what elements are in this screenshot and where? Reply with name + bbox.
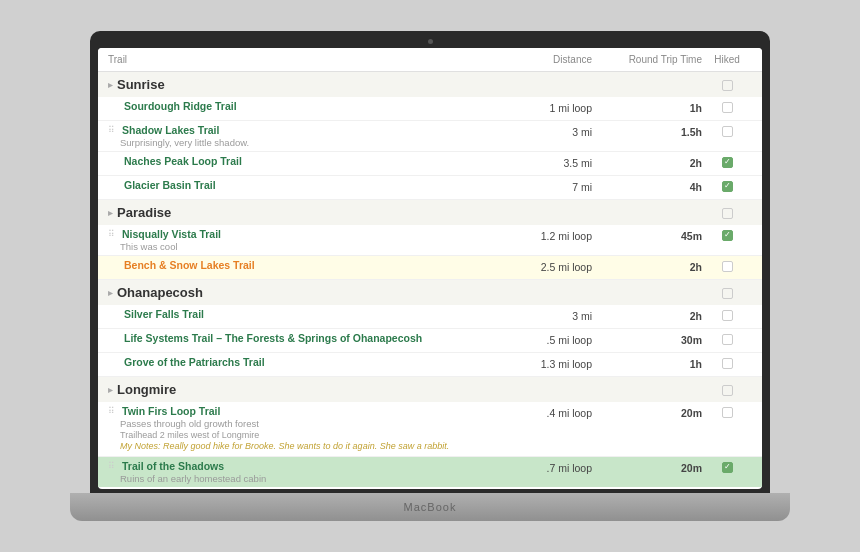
trail-hiked-checkbox[interactable] — [722, 181, 733, 192]
trail-hiked-checkbox[interactable] — [722, 126, 733, 137]
trail-name-text: Grove of the Patriarchs Trail — [124, 356, 265, 368]
trail-rtt: 1.5h — [592, 124, 702, 138]
trail-rtt: 1h — [592, 356, 702, 370]
laptop-screen: Trail Distance Round Trip Time Hiked Sun… — [98, 48, 762, 489]
section-checkbox-paradise[interactable] — [722, 208, 733, 219]
col-trail-header: Trail — [108, 54, 502, 65]
trail-rtt: 4h — [592, 179, 702, 193]
trail-name-col: Silver Falls Trail — [108, 308, 502, 320]
col-hiked-header: Hiked — [702, 54, 752, 65]
table-row[interactable]: Bench & Snow Lakes Trail 2.5 mi loop 2h — [98, 256, 762, 280]
trail-distance: 3.5 mi — [502, 155, 592, 169]
section-title-ohanapecosh: Ohanapecosh — [108, 285, 502, 300]
trail-name-col: Bench & Snow Lakes Trail — [108, 259, 502, 271]
trail-name-row: ⠿ Nisqually Vista Trail — [108, 228, 502, 240]
table-row[interactable]: Glacier Basin Trail 7 mi 4h — [98, 176, 762, 200]
trail-hiked-checkbox[interactable] — [722, 407, 733, 418]
table-row[interactable]: ⠿ Nisqually Vista Trail This was cool 1.… — [98, 225, 762, 256]
section-title-paradise: Paradise — [108, 205, 502, 220]
drag-handle: ⠿ — [108, 125, 115, 135]
table-row[interactable]: Naches Peak Loop Trail 3.5 mi 2h — [98, 152, 762, 176]
trail-hiked-checkbox[interactable] — [722, 310, 733, 321]
section-header-longmire[interactable]: Longmire — [98, 377, 762, 402]
laptop-brand-label: MacBook — [404, 501, 457, 513]
table-row[interactable]: ⠿ Twin Firs Loop Trail Passes through ol… — [98, 402, 762, 457]
trail-hiked-checkbox[interactable] — [722, 334, 733, 345]
table-row[interactable]: Grove of the Patriarchs Trail 1.3 mi loo… — [98, 353, 762, 377]
laptop-camera — [428, 39, 433, 44]
trail-name-row: Bench & Snow Lakes Trail — [108, 259, 502, 271]
section-title-sunrise: Sunrise — [108, 77, 502, 92]
laptop-wrapper: Trail Distance Round Trip Time Hiked Sun… — [70, 31, 790, 521]
trail-name-col: ⠿ Shadow Lakes Trail Surprisingly, very … — [108, 124, 502, 148]
trail-distance: 1 mi loop — [502, 100, 592, 114]
trail-name-row: ⠿ Shadow Lakes Trail — [108, 124, 502, 136]
trail-name-col: Glacier Basin Trail — [108, 179, 502, 191]
section-checkbox-ohanapecosh[interactable] — [722, 288, 733, 299]
trail-hiked-checkbox[interactable] — [722, 102, 733, 113]
trail-name-text: Life Systems Trail – The Forests & Sprin… — [124, 332, 422, 344]
trail-name-row: Life Systems Trail – The Forests & Sprin… — [108, 332, 502, 344]
trail-name-text: Shadow Lakes Trail — [122, 124, 219, 136]
trail-name-text: Glacier Basin Trail — [124, 179, 216, 191]
trail-name-col: Grove of the Patriarchs Trail — [108, 356, 502, 368]
trail-name-col: ⠿ Nisqually Vista Trail This was cool — [108, 228, 502, 252]
section-checkbox-sunrise[interactable] — [722, 80, 733, 91]
trail-rtt: 2h — [592, 155, 702, 169]
trail-hiked-checkbox[interactable] — [722, 157, 733, 168]
section-header-paradise[interactable]: Paradise — [98, 200, 762, 225]
col-distance-header: Distance — [502, 54, 592, 65]
trail-name-col: ⠿ Twin Firs Loop Trail Passes through ol… — [108, 405, 502, 451]
trail-name-row: Glacier Basin Trail — [108, 179, 502, 191]
trail-hiked-checkbox[interactable] — [722, 462, 733, 473]
app-content: Trail Distance Round Trip Time Hiked Sun… — [98, 48, 762, 489]
section-header-ohanapecosh[interactable]: Ohanapecosh — [98, 280, 762, 305]
trail-hiked-checkbox[interactable] — [722, 261, 733, 272]
trail-rtt: 2h — [592, 308, 702, 322]
trail-distance: 3 mi — [502, 124, 592, 138]
laptop-screen-outer: Trail Distance Round Trip Time Hiked Sun… — [90, 31, 770, 493]
trail-name-col: ⠿ Trail of the Shadows Ruins of an early… — [108, 460, 502, 484]
trail-hiked-checkbox[interactable] — [722, 230, 733, 241]
trail-rtt: 2h — [592, 259, 702, 273]
table-row[interactable]: ⠿ Shadow Lakes Trail Surprisingly, very … — [98, 121, 762, 152]
table-row[interactable]: Life Systems Trail – The Forests & Sprin… — [98, 329, 762, 353]
table-row[interactable]: Silver Falls Trail 3 mi 2h — [98, 305, 762, 329]
laptop-body: MacBook — [70, 493, 790, 521]
drag-handle: ⠿ — [108, 229, 115, 239]
table-body[interactable]: Sunrise Sourdough Ridge Trail 1 mi loop … — [98, 72, 762, 487]
trail-name-text: Nisqually Vista Trail — [122, 228, 221, 240]
table-row[interactable]: ⠿ Trail of the Shadows Ruins of an early… — [98, 457, 762, 487]
trail-subtitle: This was cool — [108, 241, 502, 252]
trail-distance: .4 mi loop — [502, 405, 592, 419]
trail-rtt: 20m — [592, 460, 702, 474]
trail-rtt: 20m — [592, 405, 702, 419]
trail-name-text: Silver Falls Trail — [124, 308, 204, 320]
trail-rtt: 30m — [592, 332, 702, 346]
trail-name-col: Sourdough Ridge Trail — [108, 100, 502, 112]
trail-hiked-checkbox[interactable] — [722, 358, 733, 369]
trail-distance: .5 mi loop — [502, 332, 592, 346]
trail-subtitle: Passes through old growth forest — [108, 418, 502, 429]
trail-my-notes: My Notes: Really good hike for Brooke. S… — [108, 441, 502, 451]
trail-name-text: Twin Firs Loop Trail — [122, 405, 220, 417]
trail-name-row: ⠿ Trail of the Shadows — [108, 460, 502, 472]
section-header-sunrise[interactable]: Sunrise — [98, 72, 762, 97]
section-checkbox-longmire[interactable] — [722, 385, 733, 396]
trail-name-col: Life Systems Trail – The Forests & Sprin… — [108, 332, 502, 344]
trail-name-row: Grove of the Patriarchs Trail — [108, 356, 502, 368]
trail-name-text: Sourdough Ridge Trail — [124, 100, 237, 112]
trail-name-row: ⠿ Twin Firs Loop Trail — [108, 405, 502, 417]
trail-notes: Trailhead 2 miles west of Longmire — [108, 430, 502, 440]
trail-name-col: Naches Peak Loop Trail — [108, 155, 502, 167]
trail-rtt: 1h — [592, 100, 702, 114]
table-row[interactable]: Sourdough Ridge Trail 1 mi loop 1h — [98, 97, 762, 121]
trail-name-row: Silver Falls Trail — [108, 308, 502, 320]
section-title-longmire: Longmire — [108, 382, 502, 397]
trail-distance: 7 mi — [502, 179, 592, 193]
trail-subtitle: Ruins of an early homestead cabin — [108, 473, 502, 484]
trail-name-row: Sourdough Ridge Trail — [108, 100, 502, 112]
trail-name-text: Bench & Snow Lakes Trail — [124, 259, 255, 271]
trail-subtitle: Surprisingly, very little shadow. — [108, 137, 502, 148]
trail-name-row: Naches Peak Loop Trail — [108, 155, 502, 167]
